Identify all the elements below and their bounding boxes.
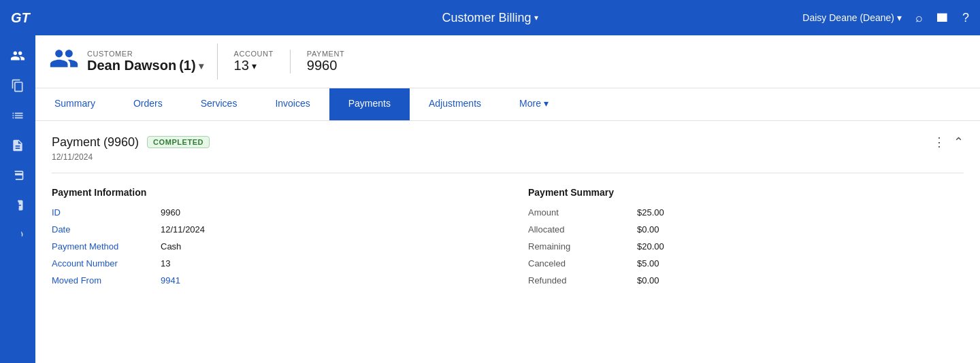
customer-count: (1) (179, 58, 195, 73)
sidebar-item-calculator[interactable] (5, 193, 30, 218)
divider (52, 173, 964, 173)
tab-services[interactable]: Services (182, 88, 257, 120)
summary-label-refunded: Refunded (528, 275, 637, 286)
customer-info-block: CUSTOMER Dean Dawson (1) ▾ (49, 44, 218, 80)
summary-row-allocated: Allocated $0.00 (528, 224, 964, 235)
info-value-moved-from[interactable]: 9941 (161, 275, 180, 286)
account-block: ACCOUNT 13 ▾ (218, 50, 291, 73)
info-label-payment-method: Payment Method (52, 241, 161, 252)
summary-value-allocated: $0.00 (637, 224, 659, 235)
tab-adjustments[interactable]: Adjustments (410, 88, 500, 120)
summary-row-amount: Amount $25.00 (528, 207, 964, 218)
customer-label: CUSTOMER (87, 50, 203, 58)
grid-icon[interactable]: ⯀ (936, 11, 949, 25)
collapse-button[interactable]: ⌃ (953, 135, 964, 150)
user-menu[interactable]: Daisy Deane (Deane) ▾ (802, 12, 902, 23)
sidebar-item-card[interactable] (5, 163, 30, 188)
summary-label-amount: Amount (528, 207, 637, 218)
payment-title: Payment (9960) (52, 135, 139, 150)
app-logo: GT (11, 10, 30, 26)
info-row-moved-from: Moved From 9941 (52, 275, 487, 286)
tab-more[interactable]: More ▾ (500, 88, 568, 120)
app-title[interactable]: Customer Billing ▾ (442, 11, 538, 25)
info-value-date: 12/11/2024 (161, 224, 205, 235)
sidebar: » (0, 35, 35, 363)
summary-row-remaining: Remaining $20.00 (528, 241, 964, 252)
top-nav-right: Daisy Deane (Deane) ▾ ⌕ ⯀ ? (802, 11, 969, 25)
content-area: CUSTOMER Dean Dawson (1) ▾ ACCOUNT 13 ▾ … (35, 35, 980, 363)
summary-value-canceled: $5.00 (637, 258, 659, 269)
sidebar-item-document[interactable] (5, 133, 30, 158)
customer-chevron-button[interactable]: ▾ (199, 60, 203, 71)
tab-summary[interactable]: Summary (35, 88, 114, 120)
summary-value-remaining: $20.00 (637, 241, 664, 252)
payment-summary-title: Payment Summary (528, 187, 964, 198)
info-label-id: ID (52, 207, 161, 218)
sidebar-item-palette[interactable] (5, 223, 30, 247)
account-chevron-button[interactable]: ▾ (252, 60, 257, 71)
scroll-area[interactable]: Payment (9960) COMPLETED ⋮ ⌃ 12/11/2024 … (35, 121, 980, 363)
summary-label-remaining: Remaining (528, 241, 637, 252)
top-nav: GT Customer Billing ▾ Daisy Deane (Deane… (0, 0, 980, 35)
account-number: 13 (234, 58, 249, 73)
payment-info-section: Payment Information ID 9960 Date 12/11/2… (52, 187, 487, 292)
search-icon[interactable]: ⌕ (915, 11, 923, 25)
payment-info-title: Payment Information (52, 187, 487, 198)
info-value-id: 9960 (161, 207, 180, 218)
tab-more-label: More (519, 98, 541, 109)
payment-body: Payment Information ID 9960 Date 12/11/2… (52, 187, 964, 292)
payment-title-row: Payment (9960) COMPLETED (52, 135, 210, 150)
info-row-date: Date 12/11/2024 (52, 224, 487, 235)
main-layout: » CUSTOMER Dean Dawson (1) ▾ A (0, 35, 980, 363)
payment-card: Payment (9960) COMPLETED ⋮ ⌃ 12/11/2024 … (35, 121, 980, 306)
info-row-id: ID 9960 (52, 207, 487, 218)
info-row-account-number: Account Number 13 (52, 258, 487, 269)
app-title-text: Customer Billing (442, 11, 531, 25)
user-name: Daisy Deane (Deane) (802, 12, 894, 23)
payment-number: 9960 (307, 58, 338, 73)
payment-header-block: PAYMENT 9960 (291, 50, 361, 73)
expand-icon: » (16, 345, 20, 355)
tab-payments[interactable]: Payments (329, 88, 410, 120)
summary-row-refunded: Refunded $0.00 (528, 275, 964, 286)
summary-value-amount: $25.00 (637, 207, 664, 218)
sidebar-item-copy[interactable] (5, 73, 30, 98)
info-value-account-number: 13 (161, 258, 170, 269)
summary-row-canceled: Canceled $5.00 (528, 258, 964, 269)
customer-name: Dean Dawson (1) ▾ (87, 58, 203, 73)
payment-summary-section: Payment Summary Amount $25.00 Allocated … (528, 187, 964, 292)
summary-label-canceled: Canceled (528, 258, 637, 269)
info-label-date: Date (52, 224, 161, 235)
account-label: ACCOUNT (234, 50, 274, 58)
more-options-button[interactable]: ⋮ (933, 135, 945, 150)
info-label-moved-from: Moved From (52, 275, 161, 286)
sidebar-item-people[interactable] (5, 44, 30, 68)
payment-header-label: PAYMENT (307, 50, 344, 58)
app-title-chevron: ▾ (534, 13, 538, 22)
customer-label-block: CUSTOMER Dean Dawson (1) ▾ (87, 50, 203, 73)
customer-avatar-icon (49, 44, 79, 80)
sidebar-item-list[interactable] (5, 103, 30, 128)
info-label-account-number: Account Number (52, 258, 161, 269)
sidebar-item-settings[interactable] (5, 253, 30, 277)
summary-value-refunded: $0.00 (637, 275, 659, 286)
user-chevron: ▾ (897, 12, 902, 23)
tab-orders[interactable]: Orders (114, 88, 182, 120)
payment-actions: ⋮ ⌃ (933, 135, 964, 150)
customer-name-text: Dean Dawson (87, 58, 176, 73)
account-value: 13 ▾ (234, 58, 274, 73)
payment-header-value: 9960 (307, 58, 344, 73)
info-row-payment-method: Payment Method Cash (52, 241, 487, 252)
summary-label-allocated: Allocated (528, 224, 637, 235)
customer-header: CUSTOMER Dean Dawson (1) ▾ ACCOUNT 13 ▾ … (35, 35, 980, 88)
status-badge: COMPLETED (147, 136, 210, 148)
info-value-payment-method: Cash (161, 241, 181, 252)
payment-card-header: Payment (9960) COMPLETED ⋮ ⌃ (52, 135, 964, 150)
help-icon[interactable]: ? (962, 11, 969, 25)
tabs-bar: Summary Orders Services Invoices Payment… (35, 88, 980, 121)
tab-more-chevron: ▾ (544, 98, 549, 109)
tab-invoices[interactable]: Invoices (256, 88, 329, 120)
sidebar-expand-button[interactable]: » (16, 345, 20, 355)
payment-date: 12/11/2024 (52, 152, 964, 162)
